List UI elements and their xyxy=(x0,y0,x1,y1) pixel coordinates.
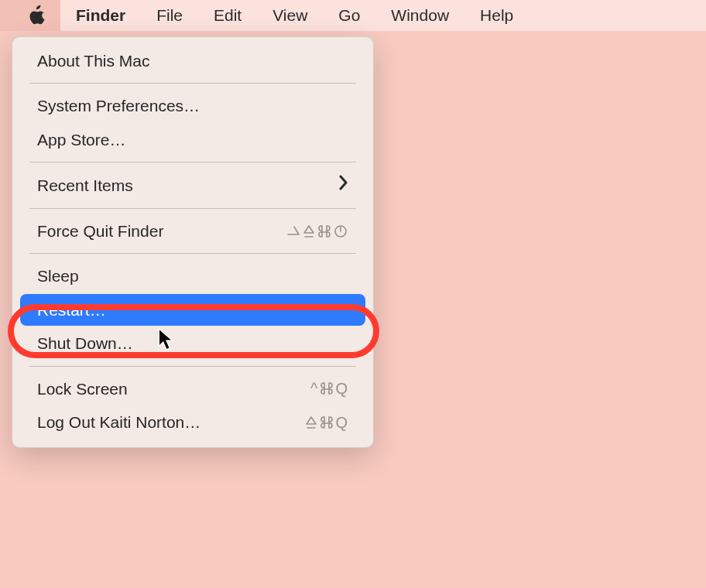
apple-logo-icon xyxy=(28,5,46,26)
menu-divider xyxy=(29,83,356,84)
menubar-item-help[interactable]: Help xyxy=(464,0,529,31)
apple-menu-dropdown: About This Mac System Preferences… App S… xyxy=(12,36,374,448)
menubar: Finder File Edit View Go Window Help xyxy=(0,0,706,31)
menubar-active-app[interactable]: Finder xyxy=(60,0,141,31)
menu-item-label: About This Mac xyxy=(37,50,150,72)
menubar-item-view[interactable]: View xyxy=(257,0,323,31)
menu-item-log-out[interactable]: Log Out Kaiti Norton… Q xyxy=(20,406,365,438)
menu-item-label: Sleep xyxy=(37,265,79,287)
menubar-item-window[interactable]: Window xyxy=(375,0,464,31)
menu-divider xyxy=(29,366,356,367)
menubar-item-file[interactable]: File xyxy=(141,0,198,31)
chevron-right-icon xyxy=(339,173,348,197)
menu-item-app-store[interactable]: App Store… xyxy=(20,124,365,156)
menu-divider xyxy=(29,208,356,209)
menu-item-label: System Preferences… xyxy=(37,94,200,117)
menu-item-lock-screen[interactable]: Lock Screen ^ Q xyxy=(20,373,365,405)
apple-menu-button[interactable] xyxy=(0,0,60,31)
keyboard-shortcut: ^ Q xyxy=(310,378,348,399)
menu-item-force-quit[interactable]: Force Quit Finder xyxy=(20,215,365,247)
menubar-item-go[interactable]: Go xyxy=(323,0,375,31)
menu-item-label: Shut Down… xyxy=(37,332,133,354)
menu-item-label: App Store… xyxy=(37,128,125,151)
menu-item-label: Recent Items xyxy=(37,174,133,197)
menu-item-label: Log Out Kaiti Norton… xyxy=(37,411,200,433)
menu-item-recent-items[interactable]: Recent Items xyxy=(20,169,365,202)
menubar-item-edit[interactable]: Edit xyxy=(198,0,257,31)
menu-item-label: Restart… xyxy=(37,299,106,321)
menu-item-label: Lock Screen xyxy=(37,378,128,400)
menu-item-label: Force Quit Finder xyxy=(37,220,163,242)
keyboard-shortcut: Q xyxy=(304,412,348,433)
menu-item-restart[interactable]: Restart… xyxy=(20,294,365,326)
menu-item-shut-down[interactable]: Shut Down… xyxy=(20,327,365,359)
menu-divider xyxy=(29,253,356,254)
keyboard-shortcut xyxy=(286,224,348,239)
menu-item-about-this-mac[interactable]: About This Mac xyxy=(20,45,365,77)
menu-divider xyxy=(29,162,356,162)
menu-item-sleep[interactable]: Sleep xyxy=(20,260,365,292)
menu-item-system-preferences[interactable]: System Preferences… xyxy=(20,90,365,121)
